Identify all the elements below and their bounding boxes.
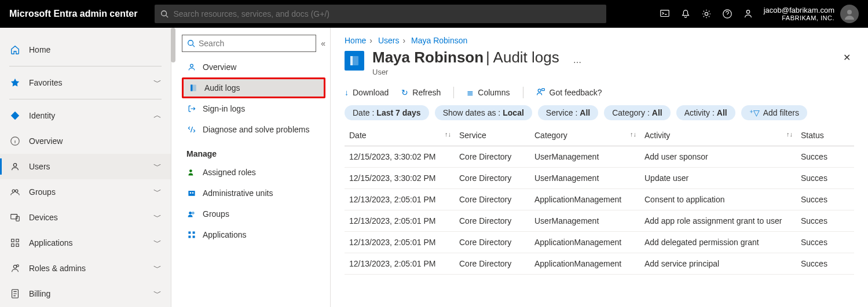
feedback-icon[interactable] xyxy=(743,9,753,19)
global-search-input[interactable] xyxy=(173,9,600,19)
svg-point-10 xyxy=(15,190,18,193)
help-icon[interactable] xyxy=(722,9,733,19)
sort-icon: ↑↓ xyxy=(630,131,636,138)
nav-item-applications[interactable]: Applications﹀ xyxy=(0,230,171,256)
refresh-icon: ↻ xyxy=(401,88,408,97)
home-icon xyxy=(9,45,21,55)
svg-rect-13 xyxy=(12,239,14,242)
page-subtitle: Audit logs xyxy=(493,49,559,66)
user-menu[interactable]: jacob@fabrikam.com FABRIKAM, INC. xyxy=(764,5,859,23)
command-bar: ↓Download ↻Refresh ≣Columns Got feedback… xyxy=(331,80,868,103)
nav-item-billing[interactable]: Billing﹀ xyxy=(0,281,171,306)
settings-icon[interactable] xyxy=(701,9,712,19)
global-search[interactable] xyxy=(155,5,606,23)
notifications-icon[interactable] xyxy=(680,9,691,19)
svg-point-9 xyxy=(12,190,15,193)
sec-item-overview[interactable]: Overview xyxy=(182,57,325,77)
table-row[interactable]: 12/15/2023, 3:30:02 PMCore DirectoryUser… xyxy=(345,168,854,189)
sec-item-applications[interactable]: Applications xyxy=(182,224,325,245)
table-row[interactable]: 12/13/2023, 2:05:01 PMCore DirectoryUser… xyxy=(345,210,854,232)
svg-rect-31 xyxy=(188,231,191,234)
sec-item-diagnose-and-solve-problems[interactable]: Diagnose and solve problems xyxy=(182,119,325,140)
nav-item-home[interactable]: Home xyxy=(0,37,171,62)
sec-item-assigned-roles[interactable]: Assigned roles xyxy=(182,162,325,183)
svg-rect-27 xyxy=(190,192,191,193)
secondary-search[interactable] xyxy=(182,35,316,52)
filter-bar: Date : Last 7 days Show dates as : Local… xyxy=(331,103,868,125)
close-icon[interactable]: ✕ xyxy=(840,49,854,66)
nav-item-users[interactable]: Users﹀ xyxy=(0,154,171,179)
topbar: Microsoft Entra admin center jacob@fabri… xyxy=(0,0,868,28)
svg-rect-32 xyxy=(193,231,195,234)
chevron-down-icon: ﹀ xyxy=(153,161,162,172)
breadcrumb: Home› Users› Maya Robinson xyxy=(331,28,868,47)
table-row[interactable]: 12/13/2023, 2:05:01 PMCore DirectoryAppl… xyxy=(345,232,854,253)
more-icon[interactable]: ⋯ xyxy=(573,58,581,67)
col-date[interactable]: Date↑↓ xyxy=(345,125,455,146)
svg-point-22 xyxy=(191,64,193,67)
nav-item-favorites[interactable]: Favorites﹀ xyxy=(0,70,171,95)
breadcrumb-home[interactable]: Home xyxy=(345,36,366,45)
svg-rect-2 xyxy=(661,10,669,17)
sec-item-administrative-units[interactable]: Administrative units xyxy=(182,183,325,204)
col-status[interactable]: Status xyxy=(796,125,854,146)
secondary-search-input[interactable] xyxy=(199,39,311,48)
table-row[interactable]: 12/13/2023, 2:05:01 PMCore DirectoryAppl… xyxy=(345,253,854,275)
sec-item-groups[interactable]: Groups xyxy=(182,204,325,224)
feedback-button[interactable]: Got feedback? xyxy=(536,87,602,98)
svg-point-25 xyxy=(189,169,192,172)
filter-showdates[interactable]: Show dates as : Local xyxy=(435,105,532,120)
refresh-button[interactable]: ↻Refresh xyxy=(401,88,441,97)
svg-rect-28 xyxy=(192,192,193,193)
chevron-down-icon: ﹀ xyxy=(153,187,162,197)
col-activity[interactable]: Activity↑↓ xyxy=(640,125,796,146)
roles2-icon xyxy=(186,168,197,177)
sec-item-audit-logs[interactable]: Audit logs xyxy=(182,77,325,98)
nav-item-overview[interactable]: Overview xyxy=(0,128,171,154)
brand: Microsoft Entra admin center xyxy=(9,9,137,19)
user-icon xyxy=(9,161,21,172)
svg-rect-14 xyxy=(16,239,19,242)
svg-rect-26 xyxy=(188,191,195,196)
add-filters-button[interactable]: ⁺▽Add filters xyxy=(741,105,807,120)
person-feedback-icon xyxy=(536,87,545,98)
cloudshell-icon[interactable] xyxy=(660,9,670,19)
col-category[interactable]: Category↑↓ xyxy=(530,125,640,146)
download-button[interactable]: ↓Download xyxy=(345,88,389,97)
secondary-nav: « OverviewAudit logsSign-in logsDiagnose… xyxy=(171,28,331,307)
chevron-down-icon: ﹀ xyxy=(153,238,162,248)
chevron-down-icon: ﹀ xyxy=(153,288,162,299)
nav-item-roles-admins[interactable]: Roles & admins﹀ xyxy=(0,256,171,281)
sec-item-sign-in-logs[interactable]: Sign-in logs xyxy=(182,98,325,119)
svg-point-29 xyxy=(189,212,192,214)
chevron-up-icon: ︿ xyxy=(153,110,162,121)
avatar[interactable] xyxy=(840,5,859,23)
nav-item-devices[interactable]: Devices﹀ xyxy=(0,205,171,230)
col-service[interactable]: Service xyxy=(455,125,530,146)
svg-rect-15 xyxy=(12,244,14,247)
svg-rect-34 xyxy=(193,236,195,238)
nav-item-groups[interactable]: Groups﹀ xyxy=(0,179,171,205)
nav-item-identity[interactable]: Identity︿ xyxy=(0,103,171,128)
apps2-icon xyxy=(186,230,197,239)
filter-category[interactable]: Category : All xyxy=(604,105,670,120)
svg-rect-16 xyxy=(16,244,19,247)
content-area: Home› Users› Maya Robinson Maya Robinson… xyxy=(331,28,868,307)
svg-point-17 xyxy=(13,265,16,268)
svg-rect-33 xyxy=(188,236,191,238)
user-email: jacob@fabrikam.com xyxy=(764,6,834,15)
devices-icon xyxy=(9,212,21,223)
groups-icon xyxy=(9,187,21,197)
breadcrumb-current[interactable]: Maya Robinson xyxy=(411,36,467,45)
page-icon xyxy=(345,51,364,71)
page-title: Maya Robinson xyxy=(372,49,484,66)
breadcrumb-users[interactable]: Users xyxy=(378,36,400,45)
table-row[interactable]: 12/15/2023, 3:30:02 PMCore DirectoryUser… xyxy=(345,146,854,168)
collapse-icon[interactable]: « xyxy=(321,39,325,48)
filter-date[interactable]: Date : Last 7 days xyxy=(345,105,429,120)
columns-button[interactable]: ≣Columns xyxy=(467,88,510,97)
table-row[interactable]: 12/13/2023, 2:05:01 PMCore DirectoryAppl… xyxy=(345,189,854,210)
sort-icon: ↑↓ xyxy=(786,131,793,138)
filter-activity[interactable]: Activity : All xyxy=(676,105,735,120)
filter-service[interactable]: Service : All xyxy=(538,105,598,120)
